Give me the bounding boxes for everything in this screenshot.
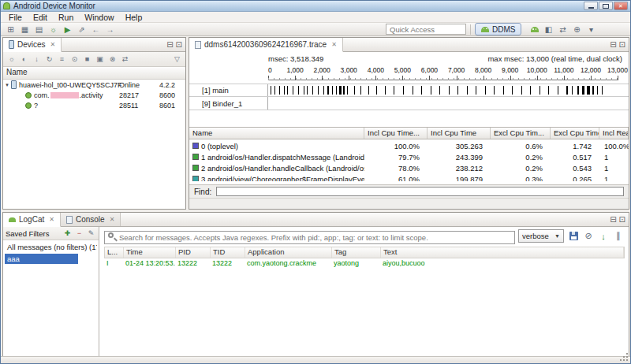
close-icon[interactable]: ✕ xyxy=(331,41,337,48)
new-wizard-icon[interactable]: ⊞ xyxy=(4,24,17,35)
search-icon xyxy=(108,232,114,238)
console-tab[interactable]: Console ✕ xyxy=(61,213,121,226)
close-icon[interactable]: ✕ xyxy=(50,41,56,48)
saved-filters-pane: Saved Filters ✚ − ✎ All messages (no fil… xyxy=(3,227,99,357)
close-button[interactable]: ✕ xyxy=(614,2,628,10)
logcat-view-buttons: ⊟ ⊡ xyxy=(610,213,629,226)
profile-row[interactable]: 2 android/os/Handler.handleCallback (Lan… xyxy=(189,162,629,173)
column-time[interactable]: Time xyxy=(124,247,176,258)
profile-table-header: Name Incl Cpu Time... Incl Cpu Time Excl… xyxy=(189,127,629,139)
column-excl-cpu-pct[interactable]: Excl Cpu Tim... xyxy=(491,128,551,139)
window-buttons: ✕ xyxy=(584,2,628,10)
maximize-button[interactable] xyxy=(599,2,613,10)
open-file-icon[interactable]: ▤ xyxy=(32,24,46,35)
pause-scroll-icon[interactable]: ∥ xyxy=(612,230,625,242)
column-application[interactable]: Application xyxy=(245,247,332,258)
threads-view-icon[interactable]: ◧ xyxy=(542,24,555,35)
debug-icon[interactable]: ☼ xyxy=(47,24,60,35)
delete-filter-icon[interactable]: − xyxy=(74,228,84,239)
expander-icon[interactable]: ▾ xyxy=(3,82,11,88)
resize-grip[interactable] xyxy=(626,359,628,361)
clear-log-icon[interactable]: ⊘ xyxy=(582,230,595,242)
process-row[interactable]: com..activity 28217 8600 xyxy=(3,90,185,100)
ruler-tick xyxy=(591,76,592,80)
process-row[interactable]: ? 28511 8601 xyxy=(3,100,185,110)
refresh-icon[interactable]: ⇄ xyxy=(119,54,131,65)
devices-name-column-header[interactable]: Name xyxy=(3,67,185,80)
menu-edit[interactable]: Edit xyxy=(28,13,53,22)
column-tag[interactable]: Tag xyxy=(332,247,381,258)
column-excl-cpu[interactable]: Excl Cpu Time xyxy=(551,128,599,139)
search-input[interactable] xyxy=(104,231,515,244)
method-profiling-icon[interactable]: ⊙ xyxy=(69,54,80,65)
back-icon[interactable]: ← xyxy=(89,24,103,35)
filter-all-messages[interactable]: All messages (no filters) (171) xyxy=(5,242,97,252)
add-view-icon[interactable]: ⊕ xyxy=(570,24,584,35)
run-icon[interactable]: ▶ xyxy=(61,24,74,35)
minimize-view-icon[interactable]: ⊟ xyxy=(166,40,173,49)
close-icon[interactable]: ✕ xyxy=(49,216,54,223)
save-log-icon[interactable] xyxy=(567,230,580,242)
column-name[interactable]: Name xyxy=(189,128,364,139)
profile-row[interactable]: 0 (toplevel) 100.0% 305.263 0.6% 1.742 1… xyxy=(189,140,629,151)
edit-filter-icon[interactable]: ✎ xyxy=(86,228,96,239)
dump-hprof-icon[interactable]: ↓ xyxy=(31,54,43,65)
device-row[interactable]: ▾ huawei-hol_t00-UWEQY5SCJ7F Online 4.2.… xyxy=(3,80,185,90)
log-level-dropdown[interactable]: verbose ▼ xyxy=(518,229,564,243)
ruler-tick-label: 4,000 xyxy=(368,66,384,74)
external-tools-icon[interactable]: ⇗ xyxy=(75,24,88,35)
profile-row[interactable]: 1 android/os/Handler.dispatchMessage (La… xyxy=(189,151,629,162)
thread-row-main[interactable]: [1] main xyxy=(189,84,629,97)
column-pid[interactable]: PID xyxy=(176,247,211,258)
view-menu-icon[interactable]: ▽ xyxy=(171,54,183,65)
devices-tab[interactable]: Devices ✕ xyxy=(3,38,62,52)
filter-aaa[interactable]: aaa xyxy=(5,254,78,264)
trace-event-mark xyxy=(376,86,377,95)
profile-row[interactable]: 3 android/view/Choreographer$FrameDispla… xyxy=(189,173,629,181)
cause-gc-icon[interactable]: ↻ xyxy=(43,54,55,65)
quick-access-input[interactable] xyxy=(386,24,466,35)
maximize-view-icon[interactable]: ⊡ xyxy=(619,40,625,49)
screen-capture-icon[interactable]: ▣ xyxy=(94,54,106,65)
column-text[interactable]: Text xyxy=(381,247,624,258)
reset-adb-icon[interactable]: ⊗ xyxy=(106,54,118,65)
update-threads-icon[interactable]: ≡ xyxy=(56,54,68,65)
menu-window[interactable]: Window xyxy=(79,13,119,22)
stop-process-icon[interactable]: ■ xyxy=(81,54,93,65)
scroll-to-end-icon[interactable]: ↓ xyxy=(597,230,610,242)
logcat-tab[interactable]: LogCat ✕ xyxy=(3,213,61,227)
menu-run[interactable]: Run xyxy=(53,13,79,22)
trace-event-mark xyxy=(503,86,504,95)
column-incl-cpu-pct[interactable]: Incl Cpu Time... xyxy=(364,128,428,139)
column-incl-cpu[interactable]: Incl Cpu Time xyxy=(428,128,491,139)
method-color-swatch xyxy=(192,143,199,149)
column-tid[interactable]: TID xyxy=(211,247,245,258)
maximize-view-icon[interactable]: ⊡ xyxy=(176,40,182,49)
column-level[interactable]: L... xyxy=(105,247,124,258)
minimize-view-icon[interactable]: ⊟ xyxy=(610,215,616,224)
menu-file[interactable]: File xyxy=(3,13,28,22)
thread-timeline-main[interactable] xyxy=(268,84,618,96)
toolbar-menu-icon[interactable]: ▾ xyxy=(584,24,598,35)
trace-tab[interactable]: ddms6142003609624216967.trace ✕ xyxy=(189,38,343,52)
trace-event-mark xyxy=(476,86,476,95)
column-incl-real[interactable]: Incl Real Ti... xyxy=(599,128,629,139)
update-heap-icon[interactable]: ◐ xyxy=(18,54,30,65)
thread-timeline-binder[interactable] xyxy=(268,97,618,110)
close-icon[interactable]: ✕ xyxy=(110,216,115,223)
maximize-view-icon[interactable]: ⊡ xyxy=(619,215,625,224)
perspective-ddms-button[interactable]: DDMS xyxy=(475,23,521,35)
logcat-row[interactable]: I 01-24 13:20:53.805 13222 13222 com.yao… xyxy=(104,259,625,269)
sync-icon[interactable]: ⇄ xyxy=(556,24,569,35)
trace-event-mark xyxy=(318,86,319,95)
save-icon[interactable]: ▦ xyxy=(18,24,32,35)
debug-process-icon[interactable]: ☼ xyxy=(6,54,17,65)
forward-icon[interactable]: → xyxy=(103,24,117,35)
add-filter-icon[interactable]: ✚ xyxy=(62,228,73,239)
find-input[interactable] xyxy=(216,187,624,196)
minimize-button[interactable] xyxy=(584,2,598,10)
menu-help[interactable]: Help xyxy=(120,13,148,22)
minimize-view-icon[interactable]: ⊟ xyxy=(610,40,616,49)
thread-row-binder[interactable]: [9] Binder_1 xyxy=(189,97,629,110)
android-perspective-icon[interactable] xyxy=(531,27,539,32)
